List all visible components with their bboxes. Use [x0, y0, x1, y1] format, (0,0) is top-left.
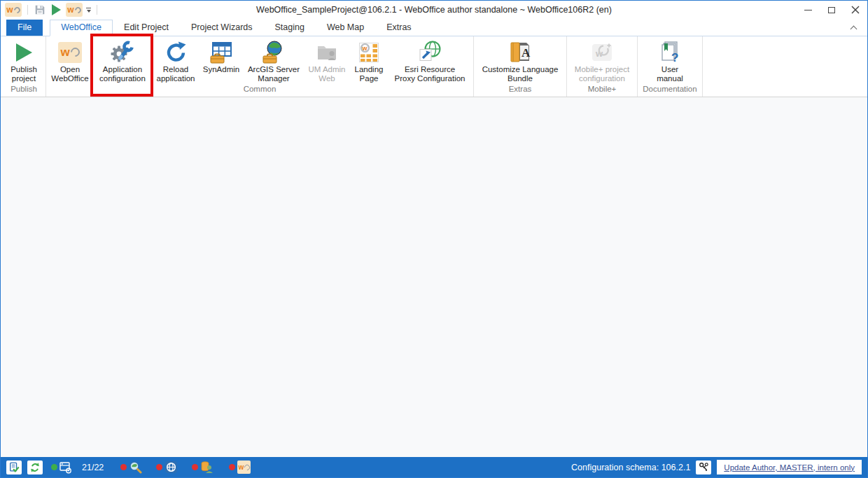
ribbon-button-label: Manager: [258, 74, 289, 83]
ribbon-group-publish: Publish project Publish: [2, 36, 46, 97]
qat-weboffice-icon: w: [66, 3, 83, 17]
ribbon-group-documentation: ? User manual Documentation: [638, 36, 703, 97]
qat-dropdown-icon: [86, 8, 91, 13]
tab-edit-project[interactable]: Edit Project: [113, 20, 180, 36]
minimize-icon: [804, 10, 812, 10]
database-status-item: [192, 461, 214, 474]
ribbon-button-um-admin-web: UM Admin Web: [304, 37, 350, 83]
ribbon-button-label: Esri Resource: [405, 65, 455, 74]
ribbon-group-common: w Open WebOffice: [46, 36, 474, 97]
ribbon-button-label: Open: [60, 65, 80, 74]
publish-play-icon: [50, 3, 62, 16]
ribbon-group-mobile-plus: w Mobile+ project configuration Mobile+: [567, 36, 638, 97]
ribbon-button-label: Proxy Configuration: [395, 74, 465, 83]
table-toolbox-icon: [209, 39, 233, 65]
ribbon-button-label: WebOffice: [51, 74, 88, 83]
ribbon-button-customize-language-bundle[interactable]: A Customize Language Bundle: [475, 37, 565, 83]
status-dot-red: [192, 464, 198, 470]
weboffice-status-icon: w: [237, 461, 251, 474]
save-icon: [34, 3, 46, 16]
app-window: w w: [0, 0, 868, 478]
tab-project-wizards[interactable]: Project Wizards: [180, 20, 264, 36]
ribbon-button-label: Web: [318, 74, 335, 83]
ribbon-button-label: Page: [360, 74, 379, 83]
update-author-link[interactable]: Update Author, MASTER, intern only: [717, 460, 862, 475]
svg-text:w: w: [362, 44, 368, 51]
minimize-button[interactable]: [796, 1, 820, 19]
folder-letter-a-icon: A: [508, 39, 532, 65]
ribbon-button-label: configuration: [99, 74, 146, 83]
reload-status-button[interactable]: [27, 461, 43, 475]
group-label-publish: Publish: [4, 84, 44, 97]
grid-landing-icon: w: [357, 39, 381, 65]
maximize-button[interactable]: [820, 1, 844, 19]
ribbon-button-label: application: [157, 74, 195, 83]
ribbon-button-label: Bundle: [507, 74, 533, 83]
sync-icon: [29, 462, 41, 473]
tab-weboffice[interactable]: WebOffice: [50, 20, 113, 36]
qat-customize-dropdown[interactable]: [86, 8, 91, 13]
web-service-status-item: [156, 461, 178, 474]
tab-staging[interactable]: Staging: [264, 20, 316, 36]
qat-weboffice-button[interactable]: w: [66, 3, 83, 17]
statusbar: 21/22: [1, 457, 867, 477]
manual-question-icon: ?: [658, 39, 682, 65]
ribbon-button-label: Reload: [163, 65, 188, 74]
ribbon-button-label: User: [662, 65, 678, 74]
group-label-extras: Extras: [475, 84, 565, 97]
license-search-icon: [129, 461, 142, 474]
ribbon: Publish project Publish w Open WebOffice: [1, 36, 867, 97]
validate-config-button[interactable]: [6, 461, 22, 475]
key-button[interactable]: [696, 461, 711, 475]
close-button[interactable]: [844, 1, 867, 19]
maximize-icon: [828, 7, 835, 13]
globe-arrow-icon: [418, 39, 442, 65]
server-gear-icon: [59, 461, 72, 474]
ribbon-group-extras: A Customize Language Bundle Extras: [474, 36, 567, 97]
ribbon-button-label: UM Admin: [308, 65, 345, 74]
status-dot-red: [156, 464, 162, 470]
update-author-label: Update Author, MASTER, intern only: [724, 463, 855, 472]
titlebar: w w: [1, 1, 867, 19]
group-label-common: Common: [48, 84, 472, 97]
ribbon-button-mobile-plus-project-configuration: w Mobile+ project configuration: [568, 37, 636, 83]
app-logo-w: w: [6, 6, 13, 14]
ribbon-button-esri-resource-proxy-configuration[interactable]: Esri Resource Proxy Configuration: [388, 37, 472, 83]
close-icon: [851, 6, 860, 14]
ribbon-button-open-weboffice[interactable]: w Open WebOffice: [48, 37, 92, 83]
status-dot-red: [229, 464, 235, 470]
weboffice-plus-icon: w: [590, 39, 614, 65]
ribbon-button-synadmin[interactable]: SynAdmin: [199, 37, 244, 74]
ribbon-button-arcgis-server-manager[interactable]: ArcGIS Server Manager: [244, 37, 304, 83]
tab-web-map[interactable]: Web Map: [316, 20, 375, 36]
folder-user-icon: [315, 39, 339, 65]
ribbon-button-reload-application[interactable]: Reload application: [153, 37, 199, 83]
window-controls: [796, 1, 867, 19]
app-logo-icon[interactable]: w: [5, 3, 22, 17]
chevron-up-icon: [850, 26, 858, 33]
project-counter: 21/22: [82, 463, 104, 472]
ribbon-button-label: Application: [103, 65, 142, 74]
statusbar-right: Configuration schema: 106.2.1 Update Aut…: [571, 460, 862, 475]
reload-icon: [164, 39, 187, 65]
play-icon: [13, 39, 35, 65]
separator: [97, 5, 97, 15]
tab-extras[interactable]: Extras: [375, 20, 422, 36]
ribbon-collapse-button[interactable]: [848, 27, 859, 36]
window-title: WebOffice_SampleProject@106.2.1 - WebOff…: [1, 5, 867, 15]
ribbon-button-user-manual[interactable]: ? User manual: [639, 37, 701, 83]
qat-publish-button[interactable]: [50, 3, 62, 16]
tab-file[interactable]: File: [6, 20, 43, 36]
ribbon-button-label: Customize Language: [482, 65, 559, 74]
ribbon-button-application-configuration[interactable]: Application configuration: [92, 37, 153, 83]
ribbon-button-publish-project[interactable]: Publish project: [4, 37, 44, 83]
ribbon-button-label: Publish: [10, 65, 37, 74]
database-user-icon: [200, 461, 214, 474]
ribbon-button-label: manual: [657, 74, 683, 83]
status-dot-red: [120, 464, 127, 470]
weboffice-status-item: w: [229, 461, 251, 474]
globe-toolbox-icon: [262, 39, 286, 65]
ribbon-button-landing-page[interactable]: w Landing Page: [350, 37, 388, 83]
qat-save-button[interactable]: [34, 3, 46, 16]
ribbon-button-label: ArcGIS Server: [248, 65, 300, 74]
